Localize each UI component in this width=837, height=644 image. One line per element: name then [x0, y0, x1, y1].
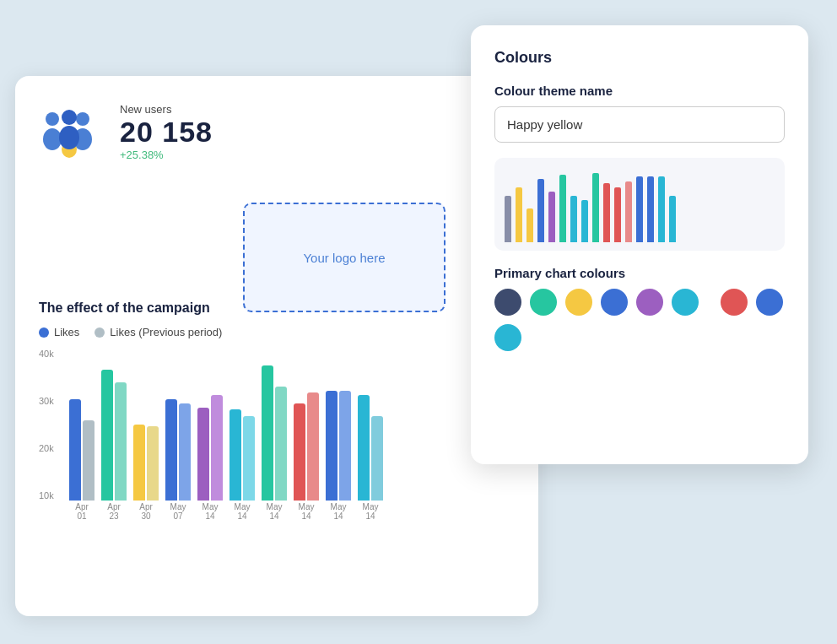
- chart-bars-container: [69, 349, 515, 501]
- mini-bar: [559, 175, 566, 242]
- x-label-bot: 23: [101, 511, 127, 521]
- y-axis: 40k 30k 20k 10k: [39, 349, 66, 501]
- bar-group: [197, 395, 223, 501]
- colour-dot[interactable]: [721, 289, 748, 316]
- primary-colours-label: Primary chart colours: [494, 266, 785, 280]
- bar-pair: [197, 395, 223, 501]
- x-label-group: May14: [294, 502, 319, 521]
- bar-pair: [230, 409, 255, 501]
- legend-label-likes: Likes: [54, 326, 79, 338]
- mini-bar: [636, 176, 643, 242]
- bar-group: [262, 365, 287, 501]
- svg-point-7: [59, 126, 79, 149]
- mini-bar: [505, 196, 511, 242]
- legend-dot-likes: [39, 327, 49, 338]
- bar: [179, 403, 191, 501]
- dashboard-card: New users 20 158 +25.38% Your logo here …: [15, 76, 538, 616]
- bar-group: [69, 399, 94, 501]
- x-label-bot: 14: [326, 511, 351, 521]
- mini-bar: [581, 200, 588, 242]
- x-label-bot: 14: [262, 511, 287, 521]
- bar: [165, 399, 177, 501]
- theme-name-input[interactable]: [494, 106, 785, 143]
- x-label-bot: 30: [133, 511, 159, 521]
- colour-dot[interactable]: [494, 289, 521, 316]
- mini-bar: [592, 173, 599, 242]
- people-icon: [39, 107, 100, 158]
- x-label-group: Apr23: [101, 502, 127, 521]
- chart-legend: Likes Likes (Previous period): [39, 326, 515, 338]
- bar: [197, 408, 209, 501]
- bar: [147, 426, 159, 501]
- bar: [275, 387, 287, 501]
- x-label-top: May: [235, 502, 251, 511]
- bar: [339, 391, 351, 501]
- bar-pair: [262, 365, 287, 501]
- x-label-top: Apr: [139, 502, 153, 511]
- bar-chart: 40k 30k 20k 10k Apr01Apr23Apr30May07May1…: [39, 349, 515, 534]
- panel-title: Colours: [494, 49, 785, 67]
- svg-point-6: [62, 110, 77, 125]
- y-label-10k: 10k: [39, 490, 66, 501]
- colour-dot[interactable]: [672, 289, 699, 316]
- legend-dot-prev: [94, 327, 105, 338]
- mini-chart: [494, 158, 785, 251]
- x-label-top: May: [202, 502, 219, 511]
- theme-name-label: Colour theme name: [494, 84, 785, 98]
- mini-bar: [658, 176, 665, 242]
- x-label-top: Apr: [107, 502, 121, 511]
- svg-point-1: [43, 128, 62, 150]
- bar: [294, 403, 305, 501]
- x-label-group: Apr01: [69, 502, 94, 521]
- bar: [115, 382, 127, 501]
- logo-placeholder: Your logo here: [243, 203, 446, 312]
- legend-label-prev: Likes (Previous period): [110, 326, 222, 338]
- y-label-40k: 40k: [39, 349, 66, 359]
- colour-dot[interactable]: [756, 289, 783, 316]
- bar-group: [133, 425, 159, 501]
- colour-dot[interactable]: [494, 324, 521, 351]
- x-label-group: May14: [326, 502, 351, 521]
- stat-row: New users 20 158 +25.38%: [39, 103, 515, 161]
- x-label-group: May14: [197, 502, 223, 521]
- logo-placeholder-text: Your logo here: [303, 251, 385, 265]
- mini-bar: [625, 181, 632, 242]
- legend-likes: Likes: [39, 326, 79, 338]
- colour-dot[interactable]: [601, 289, 628, 316]
- x-label-bot: 14: [358, 511, 383, 521]
- mini-bar: [526, 208, 533, 242]
- bar: [83, 420, 94, 501]
- colour-dots-container: [494, 289, 785, 351]
- x-label-group: May14: [230, 502, 255, 521]
- x-label-group: May14: [358, 502, 383, 521]
- x-label-bot: 07: [165, 511, 191, 521]
- bar-group: [358, 395, 383, 501]
- mini-bar: [570, 196, 577, 242]
- bar-pair: [294, 392, 319, 501]
- mini-bar: [603, 183, 610, 242]
- x-label-top: May: [170, 502, 186, 511]
- bar-group: [294, 392, 319, 501]
- colour-dot[interactable]: [530, 289, 557, 316]
- stat-change: +25.38%: [120, 149, 213, 161]
- colour-dot[interactable]: [565, 289, 592, 316]
- bar-pair: [69, 399, 94, 501]
- bar-group: [165, 399, 191, 501]
- bar: [307, 392, 319, 501]
- mini-bar: [548, 192, 555, 242]
- x-label-top: May: [363, 502, 379, 511]
- mini-bar: [516, 187, 522, 242]
- primary-colours-section: Primary chart colours: [494, 266, 785, 351]
- bar-pair: [358, 395, 383, 501]
- colour-dot[interactable]: [636, 289, 663, 316]
- x-label-group: May07: [165, 502, 191, 521]
- legend-likes-prev: Likes (Previous period): [94, 326, 222, 338]
- bar-pair: [165, 399, 191, 501]
- x-label-bot: 14: [230, 511, 255, 521]
- x-label-bot: 01: [69, 511, 94, 521]
- mini-bar: [614, 187, 621, 242]
- stat-number: 20 158: [120, 116, 213, 149]
- bar-group: [230, 409, 255, 501]
- y-label-20k: 20k: [39, 443, 66, 453]
- bar: [211, 395, 223, 501]
